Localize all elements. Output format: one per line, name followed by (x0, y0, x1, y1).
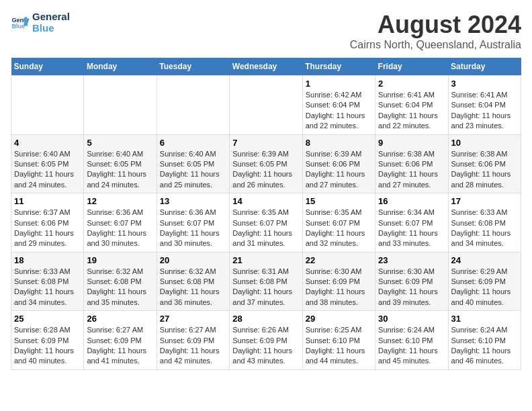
day-number: 9 (378, 138, 445, 148)
day-info: Sunrise: 6:35 AM Sunset: 6:07 PM Dayligh… (306, 208, 372, 249)
calendar-cell: 3Sunrise: 6:41 AM Sunset: 6:04 PM Daylig… (448, 76, 521, 135)
day-header-tuesday: Tuesday (157, 58, 229, 76)
day-info: Sunrise: 6:29 AM Sunset: 6:09 PM Dayligh… (451, 267, 518, 308)
calendar-cell: 17Sunrise: 6:33 AM Sunset: 6:08 PM Dayli… (448, 193, 521, 253)
day-number: 4 (14, 138, 81, 148)
calendar-cell: 8Sunrise: 6:39 AM Sunset: 6:06 PM Daylig… (302, 134, 375, 193)
day-number: 10 (451, 138, 518, 148)
day-number: 7 (232, 138, 299, 148)
calendar-cell: 23Sunrise: 6:30 AM Sunset: 6:09 PM Dayli… (375, 252, 448, 311)
week-row-3: 11Sunrise: 6:37 AM Sunset: 6:06 PM Dayli… (11, 193, 521, 253)
calendar-cell (230, 76, 302, 135)
day-info: Sunrise: 6:30 AM Sunset: 6:09 PM Dayligh… (378, 267, 445, 308)
day-info: Sunrise: 6:40 AM Sunset: 6:05 PM Dayligh… (87, 149, 153, 191)
day-number: 22 (306, 255, 372, 265)
day-number: 28 (232, 314, 299, 324)
day-header-thursday: Thursday (302, 58, 375, 76)
calendar-table: SundayMondayTuesdayWednesdayThursdayFrid… (11, 58, 521, 370)
calendar-cell (157, 76, 229, 135)
day-number: 15 (306, 196, 372, 206)
day-info: Sunrise: 6:28 AM Sunset: 6:09 PM Dayligh… (14, 325, 81, 367)
day-info: Sunrise: 6:30 AM Sunset: 6:09 PM Dayligh… (306, 267, 372, 308)
day-info: Sunrise: 6:40 AM Sunset: 6:05 PM Dayligh… (160, 149, 226, 191)
calendar-cell: 18Sunrise: 6:33 AM Sunset: 6:08 PM Dayli… (11, 252, 84, 311)
day-number: 6 (160, 138, 226, 148)
logo: General Blue General Blue (11, 11, 70, 34)
main-title: August 2024 (350, 11, 521, 39)
day-number: 16 (378, 196, 445, 206)
logo-icon: General Blue (11, 13, 30, 32)
svg-text:Blue: Blue (11, 23, 25, 30)
logo-line2: Blue (32, 22, 70, 34)
calendar-cell: 15Sunrise: 6:35 AM Sunset: 6:07 PM Dayli… (302, 193, 375, 253)
calendar-cell: 22Sunrise: 6:30 AM Sunset: 6:09 PM Dayli… (302, 252, 375, 311)
calendar-cell: 30Sunrise: 6:24 AM Sunset: 6:10 PM Dayli… (375, 311, 448, 370)
calendar-cell: 4Sunrise: 6:40 AM Sunset: 6:05 PM Daylig… (11, 134, 84, 193)
day-header-monday: Monday (84, 58, 157, 76)
day-number: 19 (87, 255, 153, 265)
day-info: Sunrise: 6:32 AM Sunset: 6:08 PM Dayligh… (87, 267, 153, 308)
logo-line1: General (32, 11, 70, 22)
day-number: 27 (160, 314, 226, 324)
day-number: 21 (232, 255, 299, 265)
day-header-sunday: Sunday (11, 58, 84, 76)
week-row-2: 4Sunrise: 6:40 AM Sunset: 6:05 PM Daylig… (11, 134, 521, 193)
week-row-1: 1Sunrise: 6:42 AM Sunset: 6:04 PM Daylig… (11, 76, 521, 135)
calendar-cell: 26Sunrise: 6:27 AM Sunset: 6:09 PM Dayli… (84, 311, 157, 370)
day-number: 20 (160, 255, 226, 265)
day-number: 31 (451, 314, 518, 324)
day-number: 30 (378, 314, 445, 324)
day-info: Sunrise: 6:38 AM Sunset: 6:06 PM Dayligh… (378, 149, 445, 191)
title-area: August 2024 Cairns North, Queensland, Au… (350, 11, 521, 51)
day-header-friday: Friday (375, 58, 448, 76)
day-info: Sunrise: 6:41 AM Sunset: 6:04 PM Dayligh… (378, 90, 445, 132)
subtitle: Cairns North, Queensland, Australia (350, 39, 521, 51)
day-number: 12 (87, 196, 153, 206)
day-number: 3 (451, 79, 518, 89)
day-number: 17 (451, 196, 518, 206)
calendar-cell: 21Sunrise: 6:31 AM Sunset: 6:08 PM Dayli… (230, 252, 302, 311)
day-number: 11 (14, 196, 81, 206)
calendar-cell: 19Sunrise: 6:32 AM Sunset: 6:08 PM Dayli… (84, 252, 157, 311)
calendar-cell: 12Sunrise: 6:36 AM Sunset: 6:07 PM Dayli… (84, 193, 157, 253)
day-info: Sunrise: 6:33 AM Sunset: 6:08 PM Dayligh… (451, 208, 518, 249)
calendar-cell: 6Sunrise: 6:40 AM Sunset: 6:05 PM Daylig… (157, 134, 229, 193)
day-info: Sunrise: 6:42 AM Sunset: 6:04 PM Dayligh… (306, 90, 372, 132)
day-number: 2 (378, 79, 445, 89)
day-info: Sunrise: 6:40 AM Sunset: 6:05 PM Dayligh… (14, 149, 81, 191)
day-info: Sunrise: 6:31 AM Sunset: 6:08 PM Dayligh… (232, 267, 299, 308)
calendar-cell: 27Sunrise: 6:27 AM Sunset: 6:09 PM Dayli… (157, 311, 229, 370)
calendar-cell: 5Sunrise: 6:40 AM Sunset: 6:05 PM Daylig… (84, 134, 157, 193)
day-info: Sunrise: 6:24 AM Sunset: 6:10 PM Dayligh… (378, 325, 445, 367)
calendar-cell: 13Sunrise: 6:36 AM Sunset: 6:07 PM Dayli… (157, 193, 229, 253)
day-info: Sunrise: 6:27 AM Sunset: 6:09 PM Dayligh… (160, 325, 226, 367)
day-header-wednesday: Wednesday (230, 58, 302, 76)
calendar-cell: 16Sunrise: 6:34 AM Sunset: 6:07 PM Dayli… (375, 193, 448, 253)
day-header-saturday: Saturday (448, 58, 521, 76)
day-number: 29 (306, 314, 372, 324)
calendar-cell: 24Sunrise: 6:29 AM Sunset: 6:09 PM Dayli… (448, 252, 521, 311)
day-info: Sunrise: 6:33 AM Sunset: 6:08 PM Dayligh… (14, 267, 81, 308)
day-number: 26 (87, 314, 153, 324)
calendar-cell: 31Sunrise: 6:24 AM Sunset: 6:10 PM Dayli… (448, 311, 521, 370)
day-info: Sunrise: 6:36 AM Sunset: 6:07 PM Dayligh… (87, 208, 153, 249)
day-number: 23 (378, 255, 445, 265)
calendar-cell: 25Sunrise: 6:28 AM Sunset: 6:09 PM Dayli… (11, 311, 84, 370)
day-info: Sunrise: 6:25 AM Sunset: 6:10 PM Dayligh… (306, 325, 372, 367)
calendar-cell: 1Sunrise: 6:42 AM Sunset: 6:04 PM Daylig… (302, 76, 375, 135)
calendar-cell: 20Sunrise: 6:32 AM Sunset: 6:08 PM Dayli… (157, 252, 229, 311)
calendar-cell: 11Sunrise: 6:37 AM Sunset: 6:06 PM Dayli… (11, 193, 84, 253)
day-number: 13 (160, 196, 226, 206)
day-info: Sunrise: 6:24 AM Sunset: 6:10 PM Dayligh… (451, 325, 518, 367)
calendar-cell: 7Sunrise: 6:39 AM Sunset: 6:05 PM Daylig… (230, 134, 302, 193)
header: General Blue General Blue August 2024 Ca… (11, 11, 521, 51)
week-row-4: 18Sunrise: 6:33 AM Sunset: 6:08 PM Dayli… (11, 252, 521, 311)
day-number: 8 (306, 138, 372, 148)
day-info: Sunrise: 6:35 AM Sunset: 6:07 PM Dayligh… (232, 208, 299, 249)
day-info: Sunrise: 6:41 AM Sunset: 6:04 PM Dayligh… (451, 90, 518, 132)
day-number: 18 (14, 255, 81, 265)
day-number: 1 (306, 79, 372, 89)
day-number: 24 (451, 255, 518, 265)
calendar-cell: 9Sunrise: 6:38 AM Sunset: 6:06 PM Daylig… (375, 134, 448, 193)
day-info: Sunrise: 6:37 AM Sunset: 6:06 PM Dayligh… (14, 208, 81, 249)
